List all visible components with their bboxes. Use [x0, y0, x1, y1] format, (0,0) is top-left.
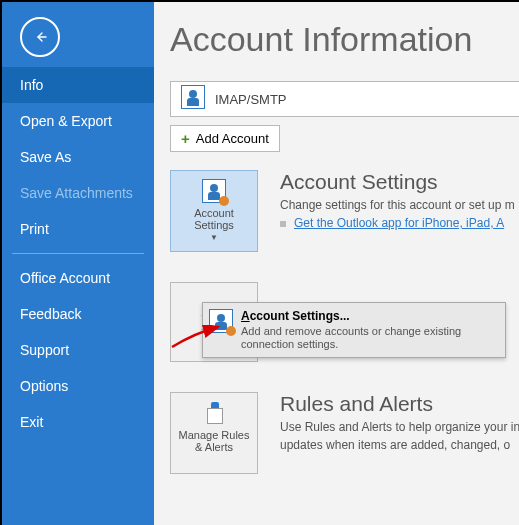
manage-rules-button-label: Manage Rules & Alerts — [175, 429, 253, 453]
account-settings-desc: Change settings for this account or set … — [280, 198, 515, 212]
bullet-icon — [280, 221, 286, 227]
account-card-icon — [181, 85, 205, 113]
account-settings-icon — [202, 177, 226, 205]
rules-heading: Rules and Alerts — [280, 392, 519, 416]
manage-rules-button[interactable]: Manage Rules & Alerts — [170, 392, 258, 474]
account-selector[interactable]: IMAP/SMTP — [170, 81, 519, 117]
section-account-settings: Account Settings ▼ Account Settings Chan… — [170, 170, 519, 252]
chevron-down-icon: ▼ — [210, 233, 218, 242]
back-button[interactable] — [20, 17, 60, 57]
account-settings-heading: Account Settings — [280, 170, 515, 194]
rules-desc: Use Rules and Alerts to help organize yo… — [280, 420, 519, 434]
sidebar-item-open-export[interactable]: Open & Export — [2, 103, 154, 139]
sidebar-item-save-attachments: Save Attachments — [2, 175, 154, 211]
account-settings-button[interactable]: Account Settings ▼ — [170, 170, 258, 252]
outlook-app-link[interactable]: Get the Outlook app for iPhone, iPad, A — [294, 216, 504, 230]
popup-desc: Add and remove accounts or change existi… — [241, 325, 499, 351]
main-panel: Account Information IMAP/SMTP + Add Acco… — [154, 2, 519, 525]
plus-icon: + — [181, 130, 190, 147]
backstage-sidebar: Info Open & Export Save As Save Attachme… — [2, 2, 154, 525]
rules-desc2: updates when items are added, changed, o — [280, 438, 519, 452]
sidebar-item-exit[interactable]: Exit — [2, 404, 154, 440]
sidebar-item-save-as[interactable]: Save As — [2, 139, 154, 175]
account-settings-menu-icon — [209, 309, 233, 337]
sidebar-item-print[interactable]: Print — [2, 211, 154, 247]
sidebar-separator — [12, 253, 144, 254]
sidebar-item-info[interactable]: Info — [2, 67, 154, 103]
sidebar-item-office-account[interactable]: Office Account — [2, 260, 154, 296]
section-rules: Manage Rules & Alerts Rules and Alerts U… — [170, 392, 519, 474]
account-type-label: IMAP/SMTP — [215, 92, 287, 107]
add-account-label: Add Account — [196, 131, 269, 146]
account-settings-button-label: Account Settings — [175, 207, 253, 231]
sidebar-item-support[interactable]: Support — [2, 332, 154, 368]
page-title: Account Information — [170, 20, 519, 59]
account-settings-menu-item[interactable]: AAccount Settings...ccount Settings... A… — [202, 302, 506, 358]
sidebar-item-options[interactable]: Options — [2, 368, 154, 404]
add-account-button[interactable]: + Add Account — [170, 125, 280, 152]
back-arrow-icon — [32, 29, 48, 45]
popup-title: AAccount Settings...ccount Settings... — [241, 309, 499, 323]
rules-icon — [203, 399, 225, 427]
sidebar-item-feedback[interactable]: Feedback — [2, 296, 154, 332]
